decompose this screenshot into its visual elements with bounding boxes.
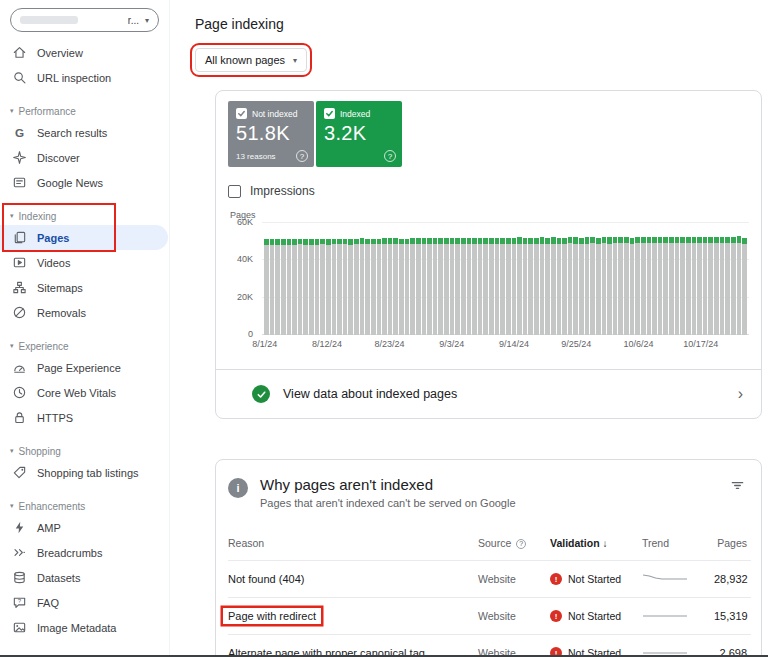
chart-bar[interactable]: [686, 237, 691, 335]
chart-bar[interactable]: [478, 238, 483, 335]
chart-bar[interactable]: [393, 238, 398, 335]
chart-bar[interactable]: [270, 239, 275, 335]
chart-bar[interactable]: [332, 239, 337, 335]
sidebar-item-search-results[interactable]: GSearch results: [0, 120, 169, 145]
sidebar-section-performance[interactable]: ▾Performance: [0, 102, 169, 120]
sidebar-item-overview[interactable]: Overview: [0, 40, 169, 65]
view-data-link[interactable]: View data about indexed pages ›: [216, 369, 761, 418]
chart-bar[interactable]: [360, 238, 365, 335]
chart-bar[interactable]: [675, 237, 680, 335]
issue-row-page-with-redirect[interactable]: Page with redirectWebsite!Not Started15,…: [228, 597, 751, 634]
sidebar-item-shopping-tab-listings[interactable]: Shopping tab listings: [0, 460, 169, 485]
page-filter-dropdown[interactable]: All known pages ▾: [195, 48, 307, 72]
chart-bar[interactable]: [405, 239, 410, 336]
chart-bar[interactable]: [658, 237, 663, 335]
chart-bar[interactable]: [523, 238, 528, 335]
chart-bar[interactable]: [596, 238, 601, 335]
chart-bar[interactable]: [545, 238, 550, 335]
chart-bar[interactable]: [281, 239, 286, 335]
chart-bar[interactable]: [528, 238, 533, 335]
sidebar-item-datasets[interactable]: Datasets: [0, 565, 169, 590]
column-header-pages[interactable]: Pages: [714, 537, 749, 549]
chart-bar[interactable]: [467, 238, 472, 335]
chart-bar[interactable]: [714, 237, 719, 335]
chart-bar[interactable]: [573, 237, 578, 335]
chart-bar[interactable]: [315, 239, 320, 335]
chart-bar[interactable]: [461, 238, 466, 335]
sidebar-section-enhancements[interactable]: ▾Enhancements: [0, 497, 169, 515]
issue-row-not-found-404[interactable]: Not found (404)Website!Not Started28,932: [228, 560, 751, 597]
chart-bar[interactable]: [647, 237, 652, 335]
filter-icon[interactable]: [728, 476, 747, 499]
chart-bar[interactable]: [298, 239, 303, 335]
chart-bar[interactable]: [377, 239, 382, 336]
chart-bar[interactable]: [697, 237, 702, 335]
chart-bar[interactable]: [455, 238, 460, 335]
chart-bar[interactable]: [343, 239, 348, 336]
chart-bar[interactable]: [692, 237, 697, 335]
chart-bar[interactable]: [540, 237, 545, 335]
sidebar-item-image-metadata[interactable]: Image Metadata: [0, 615, 169, 640]
chart-bar[interactable]: [371, 239, 376, 336]
issue-row-alternate-page-with-proper-canonical-tag[interactable]: Alternate page with proper canonical tag…: [228, 634, 751, 657]
chart-bar[interactable]: [641, 237, 646, 335]
chart-bar[interactable]: [382, 238, 387, 335]
sidebar-item-faq[interactable]: ?FAQ: [0, 590, 169, 615]
chart-bar[interactable]: [669, 237, 674, 335]
chart-bar[interactable]: [534, 238, 539, 335]
sidebar-item-discover[interactable]: Discover: [0, 145, 169, 170]
chart-bar[interactable]: [517, 237, 522, 335]
chart-bar[interactable]: [703, 237, 708, 335]
chart-bar[interactable]: [264, 239, 269, 335]
chart-bar[interactable]: [512, 238, 517, 335]
sidebar-item-https[interactable]: HTTPS: [0, 405, 169, 430]
sidebar-section-indexing[interactable]: ▾Indexing: [0, 207, 169, 225]
chart-bar[interactable]: [663, 237, 668, 335]
chart-bar[interactable]: [585, 237, 590, 335]
sidebar-item-sitemaps[interactable]: Sitemaps: [0, 275, 169, 300]
chart-bar[interactable]: [410, 238, 415, 335]
chart-bar[interactable]: [635, 237, 640, 335]
chart-bar[interactable]: [275, 239, 280, 335]
checkbox-checked-icon[interactable]: [324, 108, 335, 119]
chart-bar[interactable]: [303, 239, 308, 335]
column-header-validation[interactable]: Validation ↓: [550, 537, 642, 549]
chart-bar[interactable]: [506, 238, 511, 335]
chart-bar[interactable]: [433, 238, 438, 335]
chart-bar[interactable]: [624, 237, 629, 335]
checkbox-checked-icon[interactable]: [236, 108, 247, 119]
sidebar-item-core-web-vitals[interactable]: Core Web Vitals: [0, 380, 169, 405]
chart-bar[interactable]: [365, 239, 370, 335]
chart-bar[interactable]: [427, 238, 432, 335]
chart-bar[interactable]: [708, 237, 713, 335]
chart-bar[interactable]: [562, 238, 567, 335]
help-icon[interactable]: ?: [516, 539, 526, 549]
chart-bar[interactable]: [557, 238, 562, 335]
not-indexed-card[interactable]: Not indexed51.8K13 reasons?: [228, 101, 314, 167]
indexed-card[interactable]: Indexed3.2K?: [316, 101, 402, 167]
column-header-reason[interactable]: Reason: [228, 537, 478, 549]
chart-bar[interactable]: [472, 238, 477, 335]
chart-bar[interactable]: [416, 238, 421, 335]
help-icon[interactable]: ?: [296, 150, 308, 162]
chart-bar[interactable]: [500, 238, 505, 335]
help-icon[interactable]: ?: [384, 150, 396, 162]
chart-bar[interactable]: [483, 238, 488, 335]
impressions-checkbox[interactable]: [228, 185, 241, 198]
chart-bar[interactable]: [652, 237, 657, 335]
sidebar-item-pages[interactable]: Pages: [0, 225, 168, 250]
chart-bar[interactable]: [388, 238, 393, 335]
chart-bar[interactable]: [742, 238, 747, 335]
column-header-trend[interactable]: Trend: [642, 537, 714, 549]
sidebar-item-videos[interactable]: Videos: [0, 250, 169, 275]
chart-bar[interactable]: [495, 238, 500, 335]
sidebar-section-experience[interactable]: ▾Experience: [0, 337, 169, 355]
chart-bar[interactable]: [337, 239, 342, 336]
chart-bar[interactable]: [422, 238, 427, 335]
chart-bar[interactable]: [737, 236, 742, 335]
chart-bar[interactable]: [613, 237, 618, 335]
chart-bar[interactable]: [399, 239, 404, 336]
chart-bar[interactable]: [292, 239, 297, 335]
property-selector[interactable]: r... ▾: [10, 8, 159, 32]
chart-bar[interactable]: [551, 237, 556, 335]
